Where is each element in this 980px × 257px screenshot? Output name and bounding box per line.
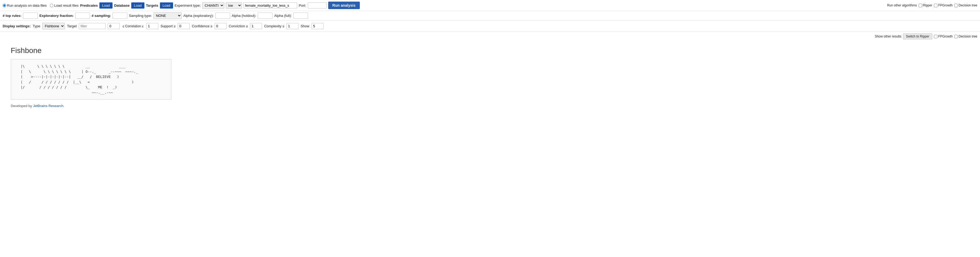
sampling-type-label: Sampling type: [129, 14, 152, 17]
sampling-input[interactable]: 200 [113, 13, 127, 19]
alpha-exploratory-input[interactable]: 0.2 [215, 13, 230, 19]
sampling-label: # sampling: [92, 14, 111, 17]
dev-suffix: . [64, 104, 65, 108]
fishbone-box: |\ \ \ \ \ \ \ \ __ ___ | \ \ \ \ \ \ \ … [11, 59, 172, 100]
alpha-holdout-input[interactable]: 0.2 [258, 13, 272, 19]
data-file-input[interactable] [243, 2, 297, 9]
exploratory-fraction-input[interactable]: 0.5 [75, 13, 90, 19]
results-fpgrowth-checkbox-label[interactable]: FPGrowth [934, 35, 953, 38]
filter-input[interactable] [79, 23, 105, 29]
corr-min-input[interactable] [108, 23, 120, 29]
fishbone-section: Fishbone |\ \ \ \ \ \ \ \ __ ___ | \ \ \… [0, 41, 980, 113]
top-rules-label: # top rules: [3, 14, 21, 17]
results-decision-tree-checkbox[interactable] [954, 35, 958, 38]
conviction-input[interactable] [250, 23, 262, 29]
ripper-checkbox[interactable] [919, 4, 922, 7]
radio-run-label[interactable]: Run analysis on data files [3, 3, 47, 8]
results-fpgrowth-checkbox[interactable] [934, 35, 937, 38]
exploratory-fraction-label: Exploratory fraction: [40, 14, 74, 17]
alpha-full-label: Alpha (full): [274, 14, 292, 17]
display-settings-row: Display settings: Type Fishbone Table Gr… [0, 21, 980, 32]
radio-run-text: Run analysis on data files [7, 3, 47, 8]
decision-tree-checkbox[interactable] [954, 4, 958, 7]
display-settings-label: Display settings: [3, 24, 30, 28]
port-input[interactable]: 8080 [308, 2, 326, 9]
predicates-load-button[interactable]: Load [99, 2, 113, 9]
support-input[interactable] [178, 23, 190, 29]
top-bar-left: Run analysis on data files Load result f… [3, 2, 360, 9]
complexity-label: Complexity ≤ [264, 24, 284, 28]
fpgrowth-checkbox[interactable] [934, 4, 937, 7]
alpha-exploratory-label: Alpha (exploratory): [183, 14, 213, 17]
database-load-button[interactable]: Load [131, 2, 145, 9]
radio-load[interactable] [50, 4, 53, 7]
run-other-label: Run other algorithms [887, 3, 917, 7]
ripper-checkbox-label[interactable]: Ripper [919, 3, 932, 7]
show-label: Show [301, 24, 309, 28]
corr-max-input[interactable] [146, 23, 158, 29]
targets-label: Targets [146, 3, 158, 8]
confidence-label: Confidence ≥ [192, 24, 212, 28]
radio-run[interactable] [3, 4, 6, 7]
target-label: Target [67, 24, 76, 28]
type-select[interactable]: Fishbone Table Graph [42, 23, 65, 29]
top-bar-right: Run other algorithms Ripper FPGrowth Dec… [887, 3, 977, 7]
dev-text: Developed by JetBrains Research. [11, 104, 969, 108]
radio-load-text: Load result files [54, 3, 78, 8]
results-decision-tree-checkbox-label[interactable]: Decision tree [954, 35, 977, 38]
dev-link[interactable]: JetBrains Research [33, 104, 63, 108]
show-input[interactable] [312, 23, 324, 29]
sampling-type-select[interactable]: NONE RANDOM STRATIFIED [154, 12, 181, 19]
run-analysis-button[interactable]: Run analysis [328, 2, 360, 9]
top-bar: Run analysis on data files Load result f… [0, 0, 980, 11]
results-decision-tree-label: Decision tree [959, 35, 977, 38]
confidence-input[interactable] [215, 23, 227, 29]
settings-row2: # top rules: 10 Exploratory fraction: 0.… [0, 11, 980, 21]
predicates-label: Predicates [80, 3, 98, 8]
experiment-type-label: Experiment type: [175, 3, 201, 8]
radio-group-mode: Run analysis on data files Load result f… [3, 3, 78, 8]
alpha-holdout-label: Alpha (holdout): [232, 14, 256, 17]
decision-tree-label: Decision tree [959, 3, 977, 7]
switch-to-ripper-button[interactable]: Switch to Ripper [903, 33, 932, 40]
results-bar: Show other results Switch to Ripper FPGr… [0, 32, 980, 41]
results-fpgrowth-label: FPGrowth [938, 35, 953, 38]
experiment-type-select[interactable]: CHIANTI OTHER [202, 2, 224, 9]
dev-prefix: Developed by [11, 104, 33, 108]
support-label: Support ≥ [161, 24, 175, 28]
conviction-label: Conviction ≥ [229, 24, 248, 28]
radio-load-label[interactable]: Load result files [50, 3, 78, 8]
alpha-full-input[interactable]: 0.2 [293, 13, 308, 19]
ripper-label: Ripper [923, 3, 932, 7]
targets-load-button[interactable]: Load [160, 2, 173, 9]
complexity-input[interactable] [286, 23, 298, 29]
corr-le-symbol1: ≤ Correlation ≤ [123, 24, 143, 28]
port-label: Port: [299, 3, 306, 8]
database-label: Database [114, 3, 130, 8]
fishbone-ascii: |\ \ \ \ \ \ \ \ __ ___ | \ \ \ \ \ \ \ … [16, 64, 166, 95]
fpgrowth-label: FPGrowth [938, 3, 953, 7]
fishbone-title: Fishbone [11, 46, 969, 55]
fpgrowth-checkbox-label[interactable]: FPGrowth [934, 3, 953, 7]
decision-tree-checkbox-label[interactable]: Decision tree [954, 3, 977, 7]
loe-select[interactable]: loe other [226, 2, 242, 9]
top-rules-input[interactable]: 10 [23, 13, 38, 19]
type-label: Type [33, 24, 40, 28]
show-other-label: Show other results [875, 35, 901, 38]
